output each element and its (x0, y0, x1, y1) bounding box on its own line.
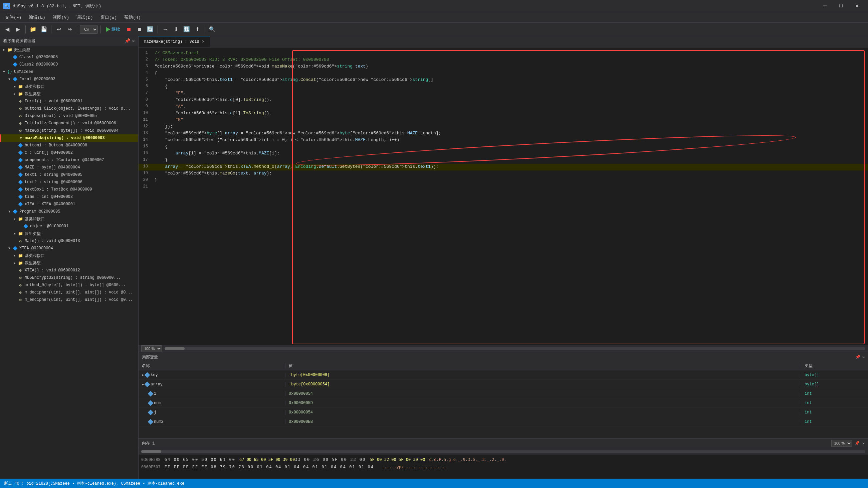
tree-item-22[interactable]: ▼🔷Program @02000005 (0, 208, 138, 215)
tree-label-5: 基类和接口 (25, 84, 45, 90)
tree-item-3[interactable]: ▼{}CSMazeee (0, 68, 138, 76)
tree-item-10[interactable]: ⚙InitializeComponent() : void @06000006 (0, 120, 138, 127)
tree-item-25[interactable]: ▶📁派生类型 (0, 230, 138, 237)
tree-arrow-4[interactable]: ▼ (7, 78, 12, 81)
tab-mazemake[interactable]: mazeMake(string) : void × (138, 36, 210, 47)
scrollbar-track[interactable] (164, 347, 865, 350)
tree-label-12: mazeMake(string) : void @06000003 (25, 136, 105, 140)
memory-scroll-thumb[interactable] (141, 450, 161, 453)
tree-item-2[interactable]: 🔷Class2 @0200000D (0, 61, 138, 68)
locals-row-2[interactable]: i0x00000054int (138, 389, 868, 398)
minimize-button[interactable]: ─ (817, 0, 833, 12)
menu-view[interactable]: 视图(V) (50, 13, 72, 22)
tree-item-4[interactable]: ▼🔷Form1 @02000003 (0, 76, 138, 83)
tree-item-28[interactable]: ▶📁基类和接口 (0, 252, 138, 259)
tree-item-8[interactable]: ⚙button1_Click(object, EventArgs) : void… (0, 105, 138, 112)
tree-item-1[interactable]: 🔷Class1 @02000008 (0, 54, 138, 61)
tree-item-29[interactable]: ▶📁派生类型 (0, 259, 138, 267)
toolbar-back-button[interactable]: ◀ (3, 25, 12, 34)
tree-item-21[interactable]: 🔷xTEA : XTEA @04000001 (0, 201, 138, 208)
tree-item-16[interactable]: 🔷MAZE : byte[] @04000004 (0, 164, 138, 171)
tree-item-6[interactable]: ▶📁派生类型 (0, 90, 138, 97)
tree-item-32[interactable]: ⚙method_0(byte[], byte[]) : byte[] @0600… (0, 282, 138, 289)
toolbar-search-button[interactable]: 🔍 (208, 25, 217, 34)
tab-close-icon[interactable]: × (202, 39, 205, 45)
toolbar-save-button[interactable]: 💾 (39, 25, 49, 34)
tree-item-15[interactable]: 🔷components : IContainer @04000007 (0, 156, 138, 164)
toolbar-redo-button[interactable]: ↪ (65, 25, 74, 34)
memory-scrollbar[interactable] (138, 448, 868, 455)
menu-debug[interactable]: 调试(D) (73, 13, 96, 22)
locals-pin-button[interactable]: 📌 (855, 355, 860, 360)
tree-item-14[interactable]: 🔷c : uint[] @04000002 (0, 149, 138, 156)
tree-item-20[interactable]: 🔷time : int @04000003 (0, 193, 138, 201)
locals-row-5[interactable]: num20x000000EBint (138, 417, 868, 427)
expand-arrow-0[interactable]: ▶ (142, 373, 144, 377)
toolbar-restart-button[interactable]: 🔄 (146, 25, 155, 34)
tree-arrow-28[interactable]: ▶ (12, 254, 18, 258)
memory-zoom-selector[interactable]: 100 % (831, 440, 852, 447)
toolbar-open-button[interactable]: 📁 (28, 25, 38, 34)
toolbar-stop-button[interactable]: ⏹ (135, 25, 144, 34)
scrollbar-thumb[interactable] (164, 347, 185, 350)
locals-row-1[interactable]: ▶array!byte[0x00000054]byte[] (138, 380, 868, 389)
tree-arrow-3[interactable]: ▼ (1, 70, 7, 74)
tree-arrow-5[interactable]: ▶ (12, 85, 18, 89)
maximize-button[interactable]: □ (833, 0, 849, 12)
tree-item-31[interactable]: ⚙MD5Encrypt32(string) : string @060000..… (0, 274, 138, 282)
tree-item-17[interactable]: 🔷text1 : string @04000005 (0, 171, 138, 178)
locals-row-3[interactable]: num0x0000005Dint (138, 398, 868, 408)
tree-arrow-27[interactable]: ▼ (7, 247, 12, 250)
tree-item-24[interactable]: 🔷object @01000001 (0, 223, 138, 230)
tree-arrow-25[interactable]: ▶ (12, 232, 18, 236)
continue-label: 继续 (112, 26, 120, 32)
toolbar-step-over-button[interactable]: → (161, 25, 170, 34)
tree-item-11[interactable]: ⚙mazeGo(string, byte[]) : void @06000004 (0, 127, 138, 134)
toolbar-stop-red-button[interactable]: ⏹ (124, 25, 133, 34)
sidebar-pin-button[interactable]: 📌 (125, 38, 130, 44)
code-line-2: 2// Token: 0x06000003 RID: 3 RVA: 0x0000… (138, 57, 868, 63)
tree-arrow-0[interactable]: ▶ (1, 48, 7, 52)
locals-close-button[interactable]: ✕ (862, 355, 865, 360)
language-selector[interactable]: C# (80, 25, 98, 34)
toolbar-step-into-button[interactable]: ⬇ (171, 25, 181, 34)
continue-button[interactable]: 继续 (103, 25, 123, 34)
tree-item-0[interactable]: ▶📁派生类型 (0, 46, 138, 54)
tree-item-30[interactable]: ⚙XTEA() : void @06000012 (0, 267, 138, 274)
tree-arrow-22[interactable]: ▼ (7, 210, 12, 213)
memory-pin-button[interactable]: 📌 (855, 441, 860, 446)
tree-item-5[interactable]: ▶📁基类和接口 (0, 83, 138, 90)
toolbar-forward-button[interactable]: ▶ (13, 25, 23, 34)
tree-item-13[interactable]: 🔷button1 : Button @04000008 (0, 142, 138, 149)
sidebar-close-button[interactable]: ✕ (132, 38, 135, 44)
tree-item-23[interactable]: ▶📁基类和接口 (0, 215, 138, 223)
toolbar-undo-button[interactable]: ↩ (54, 25, 63, 34)
close-button[interactable]: ✕ (849, 0, 865, 12)
locals-row-0[interactable]: ▶key!byte[0x00000009]byte[] (138, 370, 868, 380)
tree-item-9[interactable]: ⚙Dispose(bool) : void @06000005 (0, 112, 138, 120)
toolbar-step-out-button[interactable]: 🔃 (182, 25, 191, 34)
horizontal-scrollbar[interactable]: 100 % (138, 345, 868, 352)
tree-item-7[interactable]: ⚙Form1() : void @06000001 (0, 97, 138, 105)
tree-arrow-23[interactable]: ▶ (12, 217, 18, 221)
tree-arrow-6[interactable]: ▶ (12, 92, 18, 96)
toolbar-step-back-button[interactable]: ⬆ (193, 25, 202, 34)
code-editor[interactable]: 1// CSMazeee.Form12// Token: 0x06000003 … (138, 48, 868, 345)
tree-item-27[interactable]: ▼🔷XTEA @02000004 (0, 245, 138, 252)
tree-item-33[interactable]: ⚙m_decipher(uint, uint[], uint[]) : void… (0, 289, 138, 296)
tree-item-34[interactable]: ⚙m_encipher(uint, uint[], uint[]) : void… (0, 296, 138, 304)
tree-item-18[interactable]: 🔷text2 : string @04000006 (0, 178, 138, 186)
tree-item-19[interactable]: 🔷textBox1 : TextBox @04000009 (0, 186, 138, 193)
menu-edit[interactable]: 编辑(E) (25, 13, 49, 22)
tree-item-26[interactable]: ⚙Main() : void @06000013 (0, 237, 138, 245)
memory-scroll-track[interactable] (141, 450, 865, 453)
menu-window[interactable]: 窗口(W) (97, 13, 120, 22)
tree-arrow-29[interactable]: ▶ (12, 261, 18, 265)
zoom-selector[interactable]: 100 % (141, 345, 162, 352)
menu-file[interactable]: 文件(F) (2, 13, 25, 22)
menu-help[interactable]: 帮助(H) (121, 13, 144, 22)
locals-row-4[interactable]: j0x00000054int (138, 408, 868, 417)
memory-close-button[interactable]: ✕ (862, 441, 865, 446)
tree-item-12[interactable]: ⚙mazeMake(string) : void @06000003 (0, 134, 138, 142)
expand-arrow-1[interactable]: ▶ (142, 382, 144, 386)
